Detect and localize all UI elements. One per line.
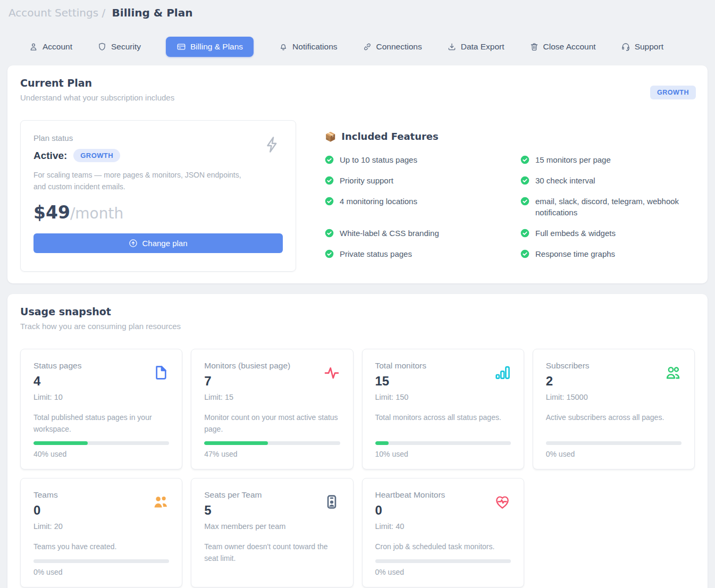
- included-features: 📦 Included Features Up to 10 status page…: [325, 120, 695, 272]
- feature-item: 4 monitoring locations: [325, 196, 499, 219]
- heart-pulse-icon: [494, 493, 511, 510]
- feature-label: Response time graphs: [535, 248, 615, 260]
- included-features-heading: 📦 Included Features: [325, 131, 695, 142]
- tab-label: Notifications: [292, 42, 337, 52]
- usage-card-limit: Max members per team: [204, 522, 285, 531]
- tab-close-account[interactable]: Close Account: [529, 42, 596, 52]
- usage-card-limit: Limit: 10: [33, 393, 81, 401]
- tab-data-export[interactable]: Data Export: [447, 42, 504, 52]
- feature-item: 30 check interval: [520, 175, 695, 187]
- progress-bar: [33, 559, 169, 563]
- usage-card-limit: Limit: 15: [204, 393, 290, 401]
- empty-grid-cell: [533, 478, 695, 587]
- usage-card-total-monitors: Total monitors 15 Limit: 150 Total monit…: [362, 349, 524, 469]
- tab-notifications[interactable]: Notifications: [279, 42, 337, 52]
- usage-cards-row-2: Teams 0 Limit: 20 Teams you have created…: [20, 478, 695, 587]
- tab-label: Data Export: [461, 42, 504, 52]
- usage-card-value: 15: [375, 374, 426, 389]
- usage-card-title: Total monitors: [375, 361, 426, 371]
- feature-label: Up to 10 status pages: [340, 154, 417, 166]
- tab-label: Close Account: [543, 42, 596, 52]
- settings-tabbar: Account Security Billing & Plans Notific…: [29, 37, 708, 57]
- change-plan-label: Change plan: [142, 239, 187, 248]
- download-icon: [447, 42, 457, 52]
- usage-title: Usage snapshot: [20, 306, 695, 317]
- usage-snapshot-panel: Usage snapshot Track how you are consumi…: [7, 294, 708, 588]
- usage-card-teams: Teams 0 Limit: 20 Teams you have created…: [20, 478, 182, 587]
- change-plan-button[interactable]: Change plan: [33, 233, 283, 253]
- current-plan-subtitle: Understand what your subscription includ…: [20, 93, 695, 102]
- feature-label: 4 monitoring locations: [340, 196, 417, 207]
- tab-label: Security: [111, 42, 141, 52]
- usage-card-limit: Limit: 40: [375, 522, 445, 531]
- feature-item: Up to 10 status pages: [325, 154, 499, 166]
- progress-bar: [33, 441, 169, 445]
- usage-card-percent: 0% used: [546, 450, 682, 458]
- usage-card-title: Status pages: [33, 361, 81, 371]
- plan-row: Plan status Active: GROWTH For scaling t…: [20, 120, 695, 272]
- progress-fill: [204, 441, 268, 445]
- progress-bar: [204, 441, 340, 445]
- usage-card-heartbeat-monitors: Heartbeat Monitors 0 Limit: 40 Cron job …: [362, 478, 524, 587]
- usage-card-percent: 40% used: [33, 450, 169, 458]
- progress-bar: [375, 559, 511, 563]
- usage-card-limit: Limit: 20: [33, 522, 63, 531]
- check-circle-icon: [325, 197, 334, 206]
- link-icon: [363, 42, 372, 52]
- plan-price: $49/month: [33, 202, 283, 223]
- tab-security[interactable]: Security: [97, 42, 141, 52]
- usage-card-description: Monitor count on your most active status…: [204, 412, 340, 435]
- bell-icon: [279, 42, 288, 52]
- tab-support[interactable]: Support: [621, 42, 663, 52]
- plan-price-amount: $49: [33, 202, 70, 223]
- tab-label: Connections: [376, 42, 422, 52]
- bar-chart-icon: [494, 364, 511, 381]
- plan-active-word: Active:: [33, 150, 67, 162]
- feature-item: email, slack, discord, telegram, webhook…: [520, 196, 695, 219]
- usage-card-status-pages: Status pages 4 Limit: 10 Total published…: [20, 349, 182, 469]
- usage-card-limit: Limit: 150: [375, 393, 426, 401]
- tab-label: Support: [635, 42, 663, 52]
- check-circle-icon: [325, 229, 334, 238]
- breadcrumb-current: Billing & Plan: [112, 6, 193, 19]
- tab-billing-plans[interactable]: Billing & Plans: [166, 37, 254, 57]
- check-circle-icon: [520, 197, 529, 206]
- users-outline-icon: [664, 364, 682, 381]
- user-icon: [29, 42, 38, 52]
- usage-card-value: 7: [204, 374, 290, 389]
- tab-connections[interactable]: Connections: [363, 42, 422, 52]
- usage-card-value: 4: [33, 374, 81, 389]
- credit-card-icon: [176, 42, 186, 52]
- usage-card-title: Teams: [33, 490, 63, 500]
- check-circle-icon: [325, 176, 334, 185]
- feature-label: White-label & CSS branding: [340, 228, 439, 239]
- tab-account[interactable]: Account: [29, 42, 72, 52]
- feature-label: Full embeds & widgets: [535, 228, 616, 239]
- check-circle-icon: [325, 155, 334, 164]
- usage-card-title: Subscribers: [546, 361, 590, 371]
- billing-plan-page: Account Settings / Billing & Plan Accoun…: [0, 0, 715, 588]
- usage-card-description: Teams you have created.: [33, 541, 169, 553]
- usage-card-title: Seats per Team: [204, 490, 285, 500]
- users-filled-icon: [152, 493, 169, 510]
- file-icon: [152, 364, 169, 381]
- usage-card-limit: Limit: 15000: [546, 393, 590, 401]
- tab-label: Account: [43, 42, 72, 52]
- plan-status-label: Plan status: [33, 133, 283, 142]
- usage-card-description: Cron job & scheduled task monitors.: [375, 541, 511, 553]
- breadcrumb-parent[interactable]: Account Settings /: [9, 6, 105, 19]
- included-features-title: Included Features: [341, 131, 439, 142]
- check-circle-icon: [520, 229, 529, 238]
- plan-price-period: /month: [70, 205, 123, 222]
- plan-status-card: Plan status Active: GROWTH For scaling t…: [20, 120, 296, 272]
- usage-card-seats-per-team: Seats per Team 5 Max members per team Te…: [191, 478, 353, 587]
- tab-label: Billing & Plans: [190, 42, 243, 52]
- shield-icon: [97, 42, 107, 52]
- id-badge-icon: [323, 493, 340, 510]
- breadcrumb: Account Settings / Billing & Plan: [7, 5, 708, 19]
- plan-active-row: Active: GROWTH: [33, 149, 283, 162]
- feature-item: Full embeds & widgets: [520, 228, 695, 239]
- feature-label: email, slack, discord, telegram, webhook…: [535, 196, 695, 219]
- usage-card-title: Monitors (busiest page): [204, 361, 290, 371]
- feature-label: 30 check interval: [535, 175, 595, 187]
